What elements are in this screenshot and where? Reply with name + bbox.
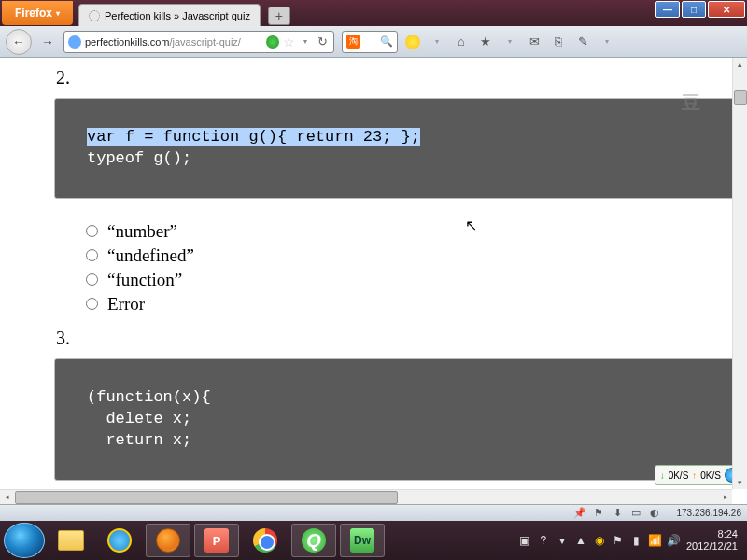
taskbar-ie[interactable] bbox=[97, 524, 142, 557]
scroll-right-arrow[interactable]: ▸ bbox=[719, 490, 732, 503]
proxy-status-icon[interactable] bbox=[266, 35, 279, 49]
back-button[interactable]: ← bbox=[6, 29, 32, 55]
globe-icon bbox=[68, 35, 81, 49]
taskbar-clock[interactable]: 8:24 2012/12/21 bbox=[686, 528, 738, 553]
ie-icon bbox=[107, 528, 132, 553]
iqiyi-icon: Q bbox=[302, 528, 326, 553]
taskbar-dreamweaver[interactable]: Dw bbox=[340, 524, 385, 557]
tray-expand-icon[interactable]: ▲ bbox=[574, 534, 587, 547]
mail-button[interactable]: ✉ bbox=[525, 33, 543, 51]
forward-button[interactable]: → bbox=[35, 30, 60, 54]
bookmarks-button[interactable]: ★ bbox=[476, 33, 495, 51]
option-function[interactable]: “function” bbox=[86, 270, 747, 290]
powerpoint-icon: P bbox=[204, 528, 229, 553]
clock-date: 2012/12/21 bbox=[686, 540, 738, 553]
flag-icon[interactable]: ⚑ bbox=[592, 507, 605, 520]
firefox-menu-button[interactable]: Firefox bbox=[2, 1, 73, 25]
option-number[interactable]: “number” bbox=[86, 221, 747, 242]
dropdown-icon[interactable]: ▾ bbox=[500, 33, 519, 51]
bookmark-star-icon[interactable]: ☆ bbox=[281, 35, 296, 49]
upload-arrow-icon: ↑ bbox=[692, 470, 697, 481]
taobao-engine-icon: 淘 bbox=[346, 35, 360, 49]
radio-error[interactable] bbox=[86, 298, 98, 310]
url-text: perfectionkills.com/javascript-quiz/ bbox=[85, 36, 264, 48]
home-button[interactable]: ⌂ bbox=[452, 33, 471, 51]
option-error[interactable]: Error bbox=[86, 294, 747, 315]
option-label: “function” bbox=[107, 270, 182, 290]
option-label: “undefined” bbox=[107, 245, 194, 266]
download-icon[interactable]: ⬇ bbox=[611, 507, 624, 520]
dropdown-icon[interactable]: ▾ bbox=[428, 33, 446, 51]
tab-title: Perfection kills » Javascript quiz bbox=[105, 10, 250, 21]
taskbar-iqiyi[interactable]: Q bbox=[291, 524, 336, 557]
screen-icon[interactable]: ▭ bbox=[629, 507, 642, 520]
code-block-q2: var f = function g(){ return 23; }; type… bbox=[54, 98, 747, 199]
code-highlighted: var f = function g(){ return 23; }; bbox=[87, 128, 420, 146]
close-icon: ✕ bbox=[723, 5, 730, 15]
scroll-down-arrow[interactable]: ▾ bbox=[733, 476, 746, 489]
download-rate: 0K/S bbox=[669, 470, 689, 481]
tray-network-icon[interactable]: 📶 bbox=[649, 534, 662, 547]
question-number-2: 2. bbox=[56, 67, 747, 89]
minimize-button[interactable]: — bbox=[655, 1, 680, 18]
code-block-q3: (function(x){ delete x; return x; bbox=[54, 358, 747, 481]
radio-undefined[interactable] bbox=[86, 249, 98, 261]
tray-volume-icon[interactable]: 🔊 bbox=[668, 534, 681, 547]
scroll-left-arrow[interactable]: ◂ bbox=[0, 490, 13, 503]
search-box[interactable]: 淘 🔍 bbox=[342, 31, 398, 53]
dropdown-icon[interactable]: ▾ bbox=[598, 33, 616, 51]
search-icon[interactable]: 🔍 bbox=[380, 35, 393, 48]
new-tab-button[interactable]: + bbox=[268, 7, 290, 25]
tray-chevron-icon[interactable]: ▾ bbox=[556, 534, 569, 547]
chrome-icon bbox=[253, 528, 277, 553]
url-dropdown-icon[interactable]: ▾ bbox=[298, 35, 313, 49]
douban-watermark: 豆 bbox=[682, 91, 738, 114]
question-number-3: 3. bbox=[56, 328, 747, 349]
horizontal-scrollbar[interactable]: ◂ ▸ bbox=[0, 489, 732, 504]
start-button[interactable] bbox=[4, 523, 45, 558]
firefox-icon bbox=[156, 528, 180, 553]
upload-rate: 0K/S bbox=[700, 470, 721, 481]
tray-battery-icon[interactable]: ▮ bbox=[630, 534, 643, 547]
window-titlebar: Firefox Perfection kills » Javascript qu… bbox=[0, 0, 747, 26]
plus-icon: + bbox=[275, 8, 283, 23]
tray-help-icon[interactable]: ? bbox=[537, 534, 550, 547]
browser-toolbar: ← → perfectionkills.com/javascript-quiz/… bbox=[0, 26, 747, 58]
reload-button[interactable]: ↻ bbox=[315, 35, 330, 49]
back-icon: ← bbox=[12, 35, 25, 49]
maximize-button[interactable]: □ bbox=[682, 1, 706, 18]
system-tray: ▣ ? ▾ ▲ ◉ ⚑ ▮ 📶 🔊 8:24 2012/12/21 bbox=[518, 528, 743, 553]
vertical-scrollbar[interactable]: ▴ ▾ bbox=[732, 58, 747, 489]
horizontal-scroll-thumb[interactable] bbox=[15, 491, 398, 504]
tab-favicon bbox=[89, 10, 100, 21]
taskbar-powerpoint[interactable]: P bbox=[194, 524, 239, 557]
browser-tab-active[interactable]: Perfection kills » Javascript quiz bbox=[78, 4, 261, 26]
status-ip-address: 173.236.194.26 bbox=[676, 508, 741, 518]
url-path: /javascript-quiz/ bbox=[169, 36, 240, 48]
pin-icon[interactable]: 📌 bbox=[573, 507, 586, 520]
tray-app-icon[interactable]: ▣ bbox=[518, 534, 531, 547]
close-button[interactable]: ✕ bbox=[708, 1, 745, 18]
smiley-icon bbox=[405, 35, 420, 49]
url-bar[interactable]: perfectionkills.com/javascript-quiz/ ☆ ▾… bbox=[63, 31, 334, 53]
firefox-menu-label: Firefox bbox=[15, 7, 52, 20]
browser-statusbar: 📌 ⚑ ⬇ ▭ ◐ 173.236.194.26 bbox=[0, 504, 747, 521]
meter-icon[interactable]: ◐ bbox=[648, 507, 661, 520]
tray-security-icon[interactable]: ◉ bbox=[593, 534, 606, 547]
addon-smiley-button[interactable] bbox=[403, 33, 422, 51]
forward-icon: → bbox=[41, 35, 54, 49]
radio-number[interactable] bbox=[86, 225, 98, 237]
addon-button-2[interactable]: ✎ bbox=[573, 33, 592, 51]
taskbar-firefox[interactable] bbox=[146, 524, 190, 557]
minimize-icon: — bbox=[663, 5, 672, 15]
vertical-scroll-thumb[interactable] bbox=[734, 90, 747, 105]
scroll-up-arrow[interactable]: ▴ bbox=[733, 58, 746, 71]
windows-taskbar: P Q Dw ▣ ? ▾ ▲ ◉ ⚑ ▮ 📶 🔊 8:24 2012/12/21 bbox=[0, 521, 747, 560]
taskbar-chrome[interactable] bbox=[243, 524, 288, 557]
taskbar-explorer[interactable] bbox=[49, 524, 93, 557]
addon-button[interactable]: ⎘ bbox=[549, 33, 568, 51]
download-arrow-icon: ↓ bbox=[660, 470, 665, 481]
radio-function[interactable] bbox=[86, 273, 98, 286]
tray-flag-icon[interactable]: ⚑ bbox=[612, 534, 625, 547]
option-undefined[interactable]: “undefined” bbox=[86, 245, 747, 266]
